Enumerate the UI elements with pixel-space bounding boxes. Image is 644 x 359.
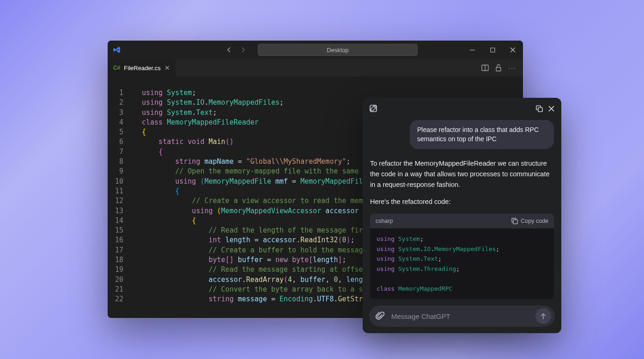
code-lang-label: csharp	[376, 218, 393, 224]
search-label: Desktop	[327, 47, 349, 54]
tab-filereader[interactable]: C# FileReader.cs ✕	[108, 59, 176, 77]
vscode-logo-icon	[108, 46, 126, 54]
svg-rect-4	[496, 67, 501, 71]
window-close-icon[interactable]	[503, 41, 523, 59]
attach-icon[interactable]	[376, 311, 385, 321]
window-minimize-icon[interactable]	[462, 41, 482, 59]
lock-icon[interactable]	[495, 64, 502, 72]
window-maximize-icon[interactable]	[482, 41, 503, 59]
copy-code-label: Copy code	[521, 218, 548, 224]
tab-close-icon[interactable]: ✕	[164, 64, 170, 72]
csharp-file-icon: C#	[113, 65, 120, 71]
nav-forward-icon[interactable]	[239, 46, 247, 54]
assistant-reply-2: Here's the refactored code:	[370, 197, 554, 207]
line-gutter: 12345678910111213141516171819202122	[108, 88, 130, 305]
code-block-body: using System; using System.IO.MemoryMapp…	[370, 228, 554, 299]
svg-rect-7	[538, 108, 542, 112]
tab-bar: C# FileReader.cs ✕ ···	[108, 59, 523, 77]
user-message: Please refactor into a class that adds R…	[410, 120, 554, 149]
chat-composer	[369, 305, 555, 327]
code-block-header: csharp Copy code	[370, 214, 554, 228]
tab-filename: FileReader.cs	[124, 65, 160, 72]
copy-code-button[interactable]: Copy code	[511, 218, 548, 224]
title-bar[interactable]: Desktop	[108, 41, 523, 59]
search-input[interactable]: Desktop	[258, 44, 418, 56]
send-button[interactable]	[535, 308, 551, 324]
svg-rect-1	[491, 48, 495, 52]
more-icon[interactable]: ···	[508, 64, 516, 72]
nav-back-icon[interactable]	[225, 46, 233, 54]
new-chat-icon[interactable]	[369, 104, 377, 113]
chat-input[interactable]	[390, 312, 530, 321]
svg-rect-0	[470, 50, 475, 50]
svg-rect-8	[513, 220, 517, 224]
chatgpt-panel: Please refactor into a class that adds R…	[363, 98, 561, 333]
assistant-reply-1: To refactor the MemoryMappedFileReader w…	[370, 158, 554, 191]
nav-arrows	[225, 46, 247, 54]
close-panel-icon[interactable]	[548, 105, 555, 112]
expand-icon[interactable]	[535, 105, 543, 113]
code-content: using System; using System.IO.MemoryMapp…	[142, 88, 371, 305]
split-editor-icon[interactable]	[481, 64, 489, 72]
